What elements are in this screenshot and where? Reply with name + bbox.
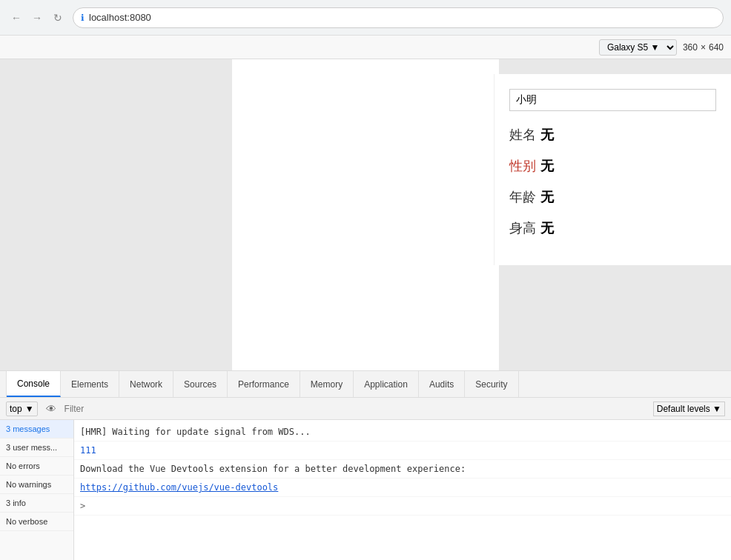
tab-performance[interactable]: Performance <box>228 371 300 397</box>
context-selector[interactable]: top ▼ <box>6 401 38 416</box>
number-111: 111 <box>80 445 96 456</box>
console-line-hmr: [HMR] Waiting for update signal from WDS… <box>74 423 731 441</box>
tab-audits[interactable]: Audits <box>419 371 465 397</box>
label-gender: 性别 <box>509 157 536 175</box>
tab-memory[interactable]: Memory <box>300 371 354 397</box>
vue-app-panel: 姓名 无 性别 无 年龄 无 身高 无 <box>494 74 731 265</box>
levels-label: Default levels ▼ <box>657 404 721 414</box>
responsive-toolbar: Galaxy S5 ▼ 360 × 640 <box>0 36 731 59</box>
value-age: 无 <box>540 188 554 206</box>
errors-count: No errors <box>6 461 40 470</box>
sidebar-warnings-item[interactable]: No warnings <box>0 476 73 494</box>
sidebar-errors-item[interactable]: No errors <box>0 457 73 476</box>
console-line-link: https://github.com/vuejs/vue-devtools <box>74 479 731 497</box>
eye-icon[interactable]: 👁 <box>44 401 59 416</box>
verbose-count: No verbose <box>6 517 47 526</box>
viewport-width: 360 <box>683 42 698 53</box>
info-row-gender: 性别 无 <box>509 157 716 175</box>
value-height: 无 <box>540 219 554 237</box>
name-input[interactable] <box>509 89 716 111</box>
viewport-height: 640 <box>709 42 724 53</box>
mobile-viewport <box>232 59 499 370</box>
tab-network[interactable]: Network <box>119 371 173 397</box>
levels-selector[interactable]: Default levels ▼ <box>653 401 725 416</box>
forward-button[interactable]: → <box>28 9 46 27</box>
tab-empty[interactable] <box>0 371 7 397</box>
value-name: 无 <box>540 126 554 144</box>
messages-count: 3 messages <box>6 424 50 433</box>
value-gender: 无 <box>540 157 554 175</box>
console-line-prompt[interactable]: > <box>74 497 731 516</box>
hmr-message: [HMR] Waiting for update signal from WDS… <box>80 427 311 437</box>
sidebar-user-messages-item[interactable]: 3 user mess... <box>0 439 73 457</box>
filter-input[interactable] <box>64 404 647 414</box>
address-bar[interactable]: ℹ <box>73 7 724 28</box>
devtools-message: Download the Vue Devtools extension for … <box>80 464 466 474</box>
sidebar-verbose-item[interactable]: No verbose <box>0 513 73 531</box>
console-toolbar: top ▼ 👁 Default levels ▼ <box>0 398 731 420</box>
dimension-display: 360 × 640 <box>683 42 724 53</box>
tab-security[interactable]: Security <box>465 371 518 397</box>
dimension-x: × <box>701 42 706 53</box>
main-container: 姓名 无 性别 无 年龄 无 身高 无 Console Elements Net… <box>0 59 731 560</box>
info-row-age: 年龄 无 <box>509 188 716 206</box>
tab-elements[interactable]: Elements <box>61 371 119 397</box>
reload-button[interactable]: ↻ <box>49 9 67 27</box>
user-messages-count: 3 user mess... <box>6 443 57 452</box>
console-line-111: 111 <box>74 441 731 460</box>
browser-chrome: ← → ↻ ℹ <box>0 0 731 36</box>
console-line-devtools: Download the Vue Devtools extension for … <box>74 460 731 479</box>
label-age: 年龄 <box>509 188 536 206</box>
info-row-name: 姓名 无 <box>509 126 716 144</box>
devtools-link[interactable]: https://github.com/vuejs/vue-devtools <box>80 482 278 493</box>
tab-application[interactable]: Application <box>354 371 419 397</box>
url-input[interactable] <box>89 12 715 23</box>
prompt-arrow: > <box>80 501 85 511</box>
info-row-height: 身高 无 <box>509 219 716 237</box>
tab-sources[interactable]: Sources <box>173 371 228 397</box>
secure-icon: ℹ <box>81 13 85 23</box>
console-sidebar: 3 messages 3 user mess... No errors No w… <box>0 420 74 560</box>
devtools-tabs: Console Elements Network Sources Perform… <box>0 371 731 398</box>
page-content: 姓名 无 性别 无 年龄 无 身高 无 <box>0 59 731 370</box>
sidebar-messages-item[interactable]: 3 messages <box>0 420 73 439</box>
device-selector[interactable]: Galaxy S5 ▼ <box>599 39 677 56</box>
label-name: 姓名 <box>509 126 536 144</box>
context-label: top <box>10 404 22 414</box>
warnings-count: No warnings <box>6 480 51 489</box>
label-height: 身高 <box>509 219 536 237</box>
back-button[interactable]: ← <box>7 9 25 27</box>
info-count: 3 info <box>6 499 26 507</box>
tab-console[interactable]: Console <box>7 371 61 397</box>
nav-buttons: ← → ↻ <box>7 9 67 27</box>
console-messages: [HMR] Waiting for update signal from WDS… <box>74 420 731 560</box>
context-dropdown-icon: ▼ <box>25 404 34 414</box>
sidebar-info-item[interactable]: 3 info <box>0 494 73 513</box>
console-output: 3 messages 3 user mess... No errors No w… <box>0 420 731 560</box>
devtools-panel: Console Elements Network Sources Perform… <box>0 370 731 560</box>
